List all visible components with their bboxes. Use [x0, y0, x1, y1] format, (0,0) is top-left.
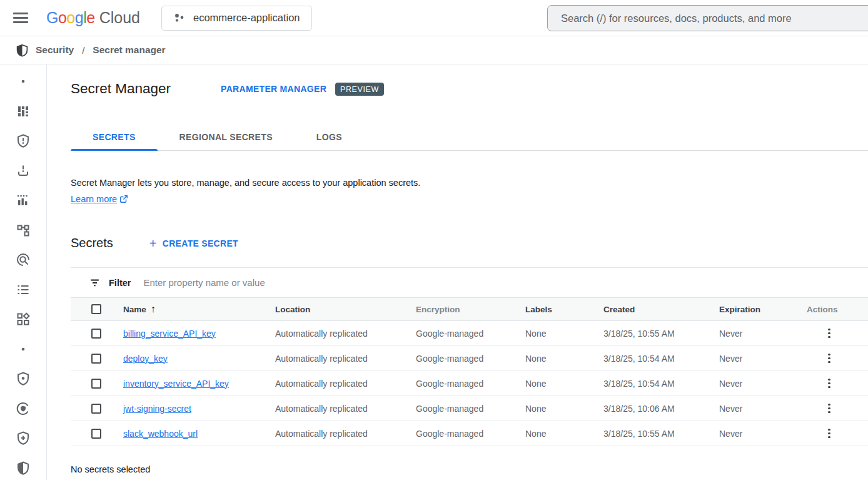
- breadcrumb-separator: /: [82, 45, 84, 56]
- column-header-actions: Actions: [798, 305, 868, 314]
- table-row: deploy_key Automatically replicated Goog…: [71, 346, 868, 371]
- column-header-created[interactable]: Created: [595, 305, 710, 314]
- tab-secrets[interactable]: SECRETS: [71, 126, 158, 150]
- compliance-icon[interactable]: [16, 401, 31, 416]
- main-content: Secret Manager PARAMETER MANAGER PREVIEW…: [47, 64, 868, 480]
- cell-encryption: Google-managed: [407, 404, 517, 414]
- table-row: inventory_service_API_key Automatically …: [71, 371, 868, 396]
- row-actions-menu-icon[interactable]: [822, 426, 837, 442]
- row-checkbox[interactable]: [91, 379, 101, 389]
- cell-expiration: Never: [710, 429, 798, 439]
- filter-input[interactable]: [143, 277, 868, 288]
- command-center-icon[interactable]: [16, 104, 31, 119]
- workloads-icon[interactable]: [16, 312, 31, 327]
- top-app-bar: Google Cloud ecommerce-application: [0, 0, 868, 36]
- column-header-name[interactable]: Name ↑: [114, 304, 266, 315]
- tab-logs[interactable]: LOGS: [295, 126, 364, 150]
- intake-alert-icon[interactable]: [16, 163, 31, 178]
- table-row: jwt-signing-secret Automatically replica…: [71, 396, 868, 421]
- external-link-icon: [119, 195, 128, 203]
- table-row: billing_service_API_key Automatically re…: [71, 321, 868, 346]
- secret-link[interactable]: inventory_service_API_key: [123, 379, 229, 389]
- tab-regional-secrets[interactable]: REGIONAL SECRETS: [158, 126, 295, 150]
- security-shield-icon: [16, 44, 29, 57]
- table-header-row: Name ↑ Location Encryption Labels Create…: [71, 297, 868, 321]
- list-icon[interactable]: [16, 282, 31, 297]
- row-checkbox[interactable]: [91, 404, 101, 414]
- global-search[interactable]: [547, 5, 868, 31]
- filter-icon: [89, 277, 101, 289]
- asset-tree-icon[interactable]: [16, 223, 31, 238]
- google-cloud-logo[interactable]: Google Cloud: [46, 9, 140, 27]
- cell-created: 3/18/25, 10:06 AM: [595, 404, 710, 414]
- shield-alert-icon[interactable]: [16, 133, 31, 148]
- column-header-labels[interactable]: Labels: [517, 305, 595, 314]
- breadcrumb-page: Secret manager: [93, 44, 165, 56]
- cell-labels: None: [517, 379, 595, 389]
- table-row: slack_webhook_url Automatically replicat…: [71, 421, 868, 446]
- cell-labels: None: [517, 404, 595, 414]
- breadcrumb: Security / Secret manager: [0, 36, 868, 64]
- cell-labels: None: [517, 329, 595, 339]
- project-icon: [173, 12, 185, 24]
- cell-location: Automatically replicated: [266, 404, 407, 414]
- secret-link[interactable]: jwt-signing-secret: [123, 404, 191, 414]
- cell-expiration: Never: [710, 354, 798, 364]
- cell-expiration: Never: [710, 329, 798, 339]
- shield-plus-icon[interactable]: [16, 431, 31, 446]
- row-checkbox[interactable]: [91, 329, 101, 339]
- row-actions-menu-icon[interactable]: [822, 375, 837, 392]
- shield-check-icon[interactable]: [16, 371, 31, 386]
- plus-icon: +: [149, 239, 157, 248]
- row-checkbox[interactable]: [91, 429, 101, 439]
- filter-label: Filter: [109, 278, 131, 288]
- cell-created: 3/18/25, 10:55 AM: [595, 329, 710, 339]
- row-actions-menu-icon[interactable]: [822, 325, 837, 342]
- column-header-expiration[interactable]: Expiration: [710, 305, 798, 314]
- row-actions-menu-icon[interactable]: [822, 350, 837, 367]
- cell-location: Automatically replicated: [266, 379, 407, 389]
- bar-chart-icon[interactable]: [16, 193, 31, 208]
- logo-letter: G: [46, 9, 58, 27]
- page-description: Secret Manager lets you store, manage, a…: [71, 175, 868, 191]
- dot-icon[interactable]: [16, 342, 31, 357]
- search-input[interactable]: [561, 13, 868, 24]
- logo-letter: e: [86, 9, 94, 27]
- create-secret-button[interactable]: + CREATE SECRET: [149, 238, 238, 248]
- cell-location: Automatically replicated: [266, 354, 407, 364]
- shield-half-icon[interactable]: [16, 461, 31, 476]
- breadcrumb-section[interactable]: Security: [36, 44, 74, 56]
- cell-encryption: Google-managed: [407, 429, 517, 439]
- parameter-manager-link[interactable]: PARAMETER MANAGER: [221, 84, 326, 94]
- cell-created: 3/18/25, 10:55 AM: [595, 429, 710, 439]
- logo-cloud-text: Cloud: [99, 9, 140, 27]
- logo-letter: g: [75, 9, 83, 27]
- page-title: Secret Manager: [71, 81, 171, 97]
- secret-link[interactable]: slack_webhook_url: [123, 429, 198, 439]
- row-checkbox[interactable]: [91, 354, 101, 364]
- cell-location: Automatically replicated: [266, 429, 407, 439]
- filter-bar[interactable]: Filter: [71, 267, 868, 297]
- learn-more-label: Learn more: [71, 191, 117, 207]
- cell-expiration: Never: [710, 379, 798, 389]
- row-actions-menu-icon[interactable]: [822, 401, 837, 417]
- sort-ascending-icon[interactable]: ↑: [151, 304, 156, 315]
- cell-labels: None: [517, 429, 595, 439]
- secret-link[interactable]: billing_service_API_key: [123, 329, 216, 339]
- project-selector[interactable]: ecommerce-application: [161, 6, 312, 31]
- secrets-section-title: Secrets: [71, 236, 113, 250]
- logo-letter: o: [66, 9, 74, 27]
- logo-letter: o: [58, 9, 66, 27]
- scan-search-icon[interactable]: [16, 252, 31, 267]
- secret-link[interactable]: deploy_key: [123, 354, 168, 364]
- dot-icon[interactable]: [16, 74, 31, 89]
- cell-encryption: Google-managed: [407, 329, 517, 339]
- tab-bar: SECRETS REGIONAL SECRETS LOGS: [71, 126, 868, 151]
- secrets-table-card: Filter Name ↑ Location Encryption Labels…: [71, 267, 868, 446]
- menu-icon[interactable]: [13, 11, 28, 26]
- select-all-checkbox[interactable]: [91, 304, 101, 314]
- preview-badge: PREVIEW: [335, 83, 384, 96]
- learn-more-link[interactable]: Learn more: [71, 191, 128, 207]
- cell-encryption: Google-managed: [407, 354, 517, 364]
- column-header-location[interactable]: Location: [266, 305, 407, 314]
